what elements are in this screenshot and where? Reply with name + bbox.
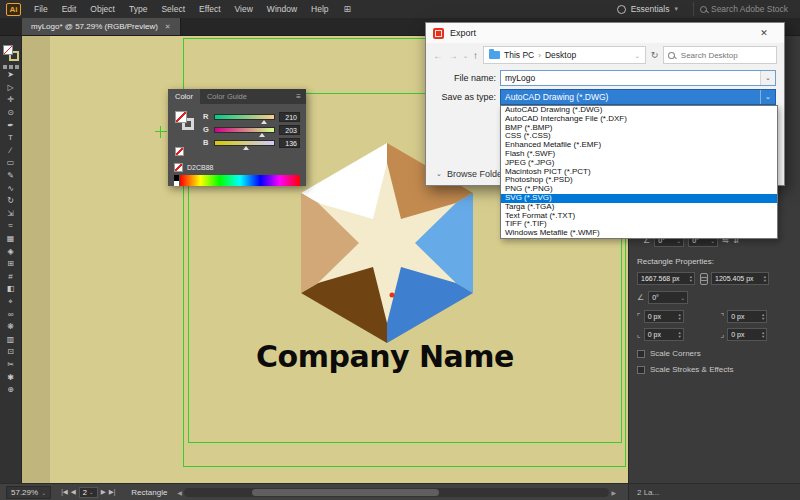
artboard-tool[interactable]: ⊡ [2, 346, 20, 359]
company-name-text[interactable]: Company Name [225, 339, 545, 374]
color-slider-track[interactable] [214, 127, 275, 133]
none-swatch[interactable] [175, 147, 184, 156]
export-dialog-titlebar[interactable]: Export ✕ [426, 23, 784, 43]
next-artboard-button[interactable]: ▶ [101, 488, 106, 496]
rect-width-field[interactable]: 1667.568 px ▴▾ [637, 272, 695, 285]
close-icon[interactable]: ✕ [165, 23, 171, 31]
slice-tool[interactable]: ✂ [2, 359, 20, 372]
scale-corners-checkbox[interactable] [637, 350, 645, 358]
color-slider-track[interactable] [214, 140, 275, 146]
symbol-sprayer-tool[interactable]: ❋ [2, 321, 20, 334]
stepper-icon[interactable]: ▴▾ [690, 275, 692, 282]
menu-item[interactable]: Help [304, 0, 335, 18]
breadcrumb-this-pc[interactable]: This PC [504, 50, 534, 60]
zoom-level-dropdown[interactable]: 57.29% ⌄ [6, 486, 51, 499]
rectangle-angle-field[interactable]: 0° ⌄ [648, 291, 688, 304]
explorer-search-input[interactable] [679, 50, 772, 61]
tab-color-guide[interactable]: Color Guide [200, 89, 254, 104]
corner-radius-tr-field[interactable]: ⌝ 0 px ▴▾ [721, 310, 795, 323]
channel-value-field[interactable]: 136 [279, 138, 300, 148]
rectangle-tool[interactable]: ▭ [2, 157, 20, 170]
chevron-down-icon[interactable]: ⌄ [760, 71, 775, 85]
scale-tool[interactable]: ⇲ [2, 208, 20, 221]
scroll-left-icon[interactable]: ◀ [177, 489, 182, 496]
menu-item[interactable]: File [27, 0, 55, 18]
rect-height-field[interactable]: 1205.405 px ▴▾ [711, 272, 769, 285]
tab-color[interactable]: Color [168, 89, 200, 104]
rotate-tool[interactable]: ↻ [2, 195, 20, 208]
scale-corners-row[interactable]: Scale Corners [637, 349, 794, 358]
perspective-grid-tool[interactable]: ⊞ [2, 258, 20, 271]
illustrator-logo-icon[interactable]: Ai [6, 3, 21, 16]
channel-value-field[interactable]: 203 [279, 125, 300, 135]
hex-value[interactable]: D2CB88 [187, 164, 213, 171]
zoom-tool[interactable]: ⊕ [2, 384, 20, 397]
blend-tool[interactable]: ∞ [2, 308, 20, 321]
close-icon[interactable]: ✕ [751, 28, 777, 38]
slider-thumb-icon[interactable] [259, 133, 265, 137]
eyedropper-tool[interactable]: ⌖ [2, 296, 20, 309]
scroll-right-icon[interactable]: ▶ [611, 489, 616, 496]
corner-radius-tl-field[interactable]: ⌜ 0 px ▴▾ [637, 310, 711, 323]
menu-item[interactable]: Effect [192, 0, 228, 18]
slider-thumb-icon[interactable] [261, 120, 267, 124]
scale-strokes-row[interactable]: Scale Strokes & Effects [637, 365, 794, 374]
column-graph-tool[interactable]: ▥ [2, 333, 20, 346]
type-tool[interactable]: T [2, 132, 20, 145]
workspace-label[interactable]: Essentials [631, 4, 670, 14]
workspace-switcher-icon[interactable]: ⊞ [344, 4, 352, 14]
corner-radius-bl-field[interactable]: ⌞ 0 px ▴▾ [637, 328, 711, 341]
file-name-combobox[interactable]: ⌄ [500, 70, 776, 86]
up-icon[interactable]: ↑ [473, 50, 478, 61]
last-artboard-button[interactable]: ▶| [109, 488, 116, 496]
breadcrumb[interactable]: This PC › Desktop ⌄ [483, 46, 646, 64]
black-white-swatches[interactable] [174, 175, 179, 186]
magic-wand-tool[interactable]: ✛ [2, 94, 20, 107]
gradient-tool[interactable]: ◧ [2, 283, 20, 296]
slider-thumb-icon[interactable] [243, 146, 249, 150]
back-icon[interactable]: ← [433, 50, 443, 61]
stepper-icon[interactable]: ▴▾ [762, 331, 764, 338]
width-tool[interactable]: ≈ [2, 220, 20, 233]
scrollbar-thumb[interactable] [252, 489, 439, 496]
channel-value-field[interactable]: 210 [279, 112, 300, 122]
menu-item[interactable]: Window [260, 0, 304, 18]
selection-tool[interactable]: ➤ [2, 69, 20, 82]
spectrum-bar[interactable] [180, 175, 300, 186]
lasso-tool[interactable]: ⊙ [2, 107, 20, 120]
save-as-type-combobox[interactable]: AutoCAD Drawing (*.DWG) ⌄ [500, 89, 776, 105]
refresh-icon[interactable]: ↻ [651, 50, 659, 60]
menu-item[interactable]: View [228, 0, 260, 18]
horizontal-scrollbar[interactable]: ◀ ▶ [177, 488, 616, 497]
scrollbar-track[interactable] [184, 488, 609, 497]
menu-item[interactable]: Type [122, 0, 154, 18]
document-tab[interactable]: myLogo* @ 57.29% (RGB/Preview) ✕ [22, 18, 181, 35]
creative-cloud-icon[interactable] [617, 5, 626, 14]
none-swatch-small[interactable] [174, 163, 183, 172]
pencil-tool[interactable]: ∿ [2, 182, 20, 195]
menu-item[interactable]: Edit [55, 0, 84, 18]
artboard-number-field[interactable]: 2 ⌄ [79, 487, 98, 498]
free-transform-tool[interactable]: ▦ [2, 233, 20, 246]
panel-menu-icon[interactable]: ≡ [291, 92, 306, 101]
color-slider-track[interactable] [214, 114, 275, 120]
stepper-icon[interactable]: ▴▾ [762, 313, 764, 320]
adobe-stock-search[interactable]: Search Adobe Stock [693, 2, 794, 16]
mesh-tool[interactable]: # [2, 271, 20, 284]
first-artboard-button[interactable]: |◀ [61, 488, 68, 496]
menu-item[interactable]: Object [83, 0, 122, 18]
file-name-input[interactable] [501, 73, 760, 83]
recent-locations-icon[interactable]: ⌄ [463, 52, 468, 59]
format-option[interactable]: Windows Metafile (*.WMF) [501, 229, 777, 238]
browse-folders-button[interactable]: ⌄ Browse Folders [436, 169, 509, 179]
shape-builder-tool[interactable]: ◈ [2, 245, 20, 258]
explorer-search[interactable] [663, 46, 777, 64]
paintbrush-tool[interactable]: ✎ [2, 170, 20, 183]
scale-strokes-checkbox[interactable] [637, 366, 645, 374]
pen-tool[interactable]: ✒ [2, 119, 20, 132]
fill-swatch[interactable] [3, 45, 13, 55]
previous-artboard-button[interactable]: ◀ [71, 488, 76, 496]
chevron-down-icon[interactable]: ⌄ [760, 90, 775, 104]
chevron-down-icon[interactable]: ⌄ [635, 52, 640, 59]
stepper-icon[interactable]: ▴▾ [764, 275, 766, 282]
